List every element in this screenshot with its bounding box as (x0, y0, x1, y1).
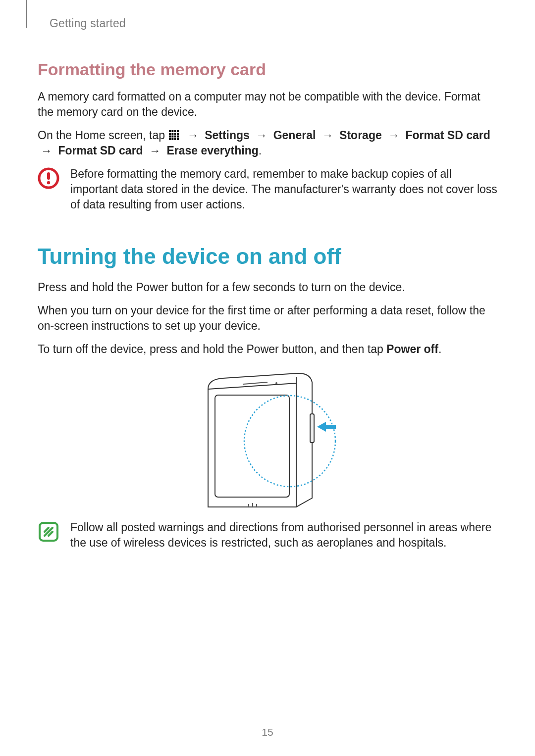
info-note-text: Follow all posted warnings and direction… (70, 520, 497, 551)
apps-grid-icon (169, 130, 179, 140)
arrow-icon: → (146, 143, 163, 158)
path-general: General (273, 129, 316, 142)
arrow-icon: → (253, 128, 270, 143)
instr-prefix: On the Home screen, tap (38, 129, 168, 142)
caution-text: Before formatting the memory card, remem… (70, 166, 497, 212)
svg-point-21 (275, 382, 277, 384)
power-off-label: Power off (386, 343, 438, 355)
section-heading-power: Turning the device on and off (38, 244, 497, 269)
svg-rect-13 (172, 138, 174, 140)
svg-marker-27 (317, 422, 336, 432)
svg-rect-5 (172, 133, 174, 135)
power-para-2: When you turn on your device for the fir… (38, 303, 497, 334)
path-storage: Storage (339, 129, 382, 142)
svg-rect-17 (47, 172, 50, 180)
svg-rect-9 (172, 136, 174, 138)
svg-rect-15 (177, 138, 179, 140)
path-format-sd-1: Format SD card (406, 129, 490, 142)
power-para-1: Press and hold the Power button for a fe… (38, 280, 497, 295)
section-heading-formatting: Formatting the memory card (38, 60, 497, 79)
svg-rect-2 (174, 130, 176, 132)
arrow-icon: → (319, 128, 336, 143)
svg-rect-6 (174, 133, 176, 135)
info-note: Follow all posted warnings and direction… (38, 520, 497, 551)
svg-rect-11 (177, 136, 179, 138)
svg-rect-8 (169, 136, 171, 138)
chapter-title: Getting started (38, 17, 497, 30)
formatting-para-1: A memory card formatted on a computer ma… (38, 89, 497, 120)
caution-note: Before formatting the memory card, remem… (38, 166, 497, 212)
svg-rect-0 (169, 130, 171, 132)
path-format-sd-2: Format SD card (58, 144, 143, 157)
formatting-instruction: On the Home screen, tap → Settings → Gen… (38, 128, 497, 158)
svg-rect-7 (177, 133, 179, 135)
svg-rect-4 (169, 133, 171, 135)
svg-point-18 (47, 181, 50, 184)
path-erase: Erase everything (166, 144, 258, 157)
svg-rect-12 (169, 138, 171, 140)
svg-rect-3 (177, 130, 179, 132)
svg-rect-19 (215, 395, 289, 497)
period: . (259, 144, 262, 157)
page-number: 15 (0, 726, 535, 738)
power-para-3-suffix: . (438, 343, 441, 355)
caution-icon (38, 167, 59, 189)
svg-rect-10 (174, 136, 176, 138)
arrow-icon: → (184, 128, 202, 143)
power-para-3: To turn off the device, press and hold t… (38, 342, 497, 357)
svg-rect-25 (310, 414, 314, 443)
arrow-icon: → (38, 143, 55, 158)
path-settings: Settings (205, 129, 250, 142)
power-para-3-prefix: To turn off the device, press and hold t… (38, 343, 386, 355)
page-content: Getting started Formatting the memory ca… (0, 0, 535, 551)
header-rule (26, 0, 27, 28)
svg-rect-1 (172, 130, 174, 132)
device-power-illustration (38, 369, 497, 508)
svg-rect-14 (174, 138, 176, 140)
note-icon (38, 521, 59, 543)
arrow-icon: → (385, 128, 402, 143)
